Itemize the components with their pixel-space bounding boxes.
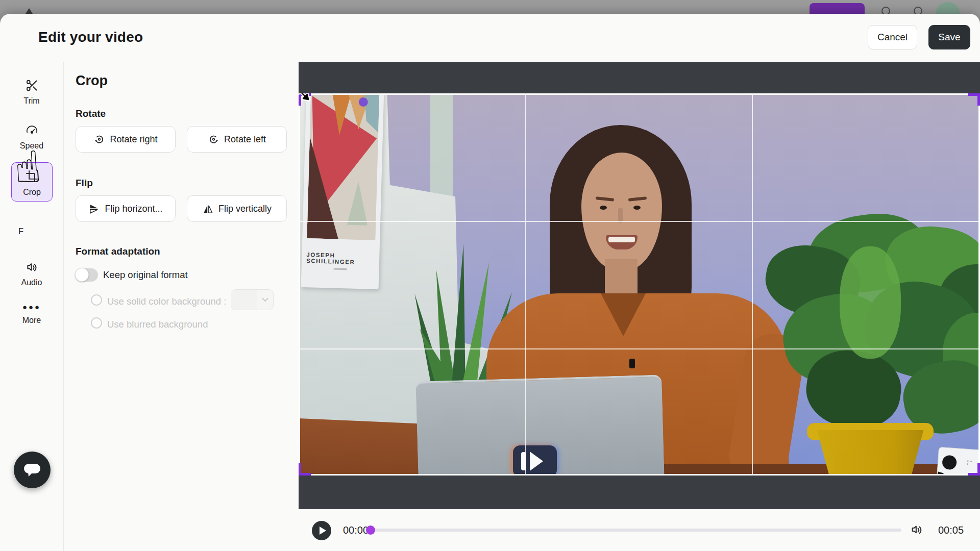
poster-caption: JOSEPH SCHILLINGER bbox=[306, 238, 375, 284]
seek-bar[interactable] bbox=[368, 529, 901, 532]
chevron-down-icon bbox=[257, 290, 273, 310]
flip-vertical-label: Flip vertically bbox=[218, 204, 272, 214]
rotate-left-icon bbox=[208, 134, 219, 145]
crop-corner-handle[interactable] bbox=[968, 463, 980, 475]
face-feature bbox=[606, 235, 638, 249]
sidebar-item-audio[interactable]: Audio bbox=[0, 260, 63, 287]
power-plug bbox=[942, 455, 957, 470]
grid-line-vertical bbox=[525, 93, 526, 475]
video-preview-frame: JOSEPH SCHILLINGER bbox=[299, 62, 980, 509]
rotate-left-button[interactable]: Rotate left bbox=[187, 126, 287, 153]
solid-color-background-radio[interactable] bbox=[91, 294, 102, 306]
sidebar-item-label: Audio bbox=[0, 278, 63, 287]
crop-panel: Crop Rotate Rotate right Rotate left Fli… bbox=[64, 62, 299, 551]
edit-video-modal: Edit your video Cancel Save Trim Speed bbox=[0, 14, 980, 551]
rotate-right-button[interactable]: Rotate right bbox=[76, 126, 176, 153]
flip-heading: Flip bbox=[76, 178, 93, 189]
keep-original-format-toggle[interactable] bbox=[76, 268, 98, 282]
lavalier-mic bbox=[629, 359, 635, 368]
poster-caption-text: JOSEPH SCHILLINGER bbox=[306, 252, 375, 266]
scissors-icon bbox=[25, 79, 39, 92]
color-dropdown[interactable] bbox=[231, 289, 274, 310]
poster-caption-subline bbox=[334, 268, 347, 270]
sidebar-item-f[interactable]: F bbox=[0, 224, 63, 236]
plant-pot bbox=[811, 430, 929, 475]
seek-handle[interactable] bbox=[366, 525, 375, 535]
duration-time: 00:05 bbox=[938, 524, 964, 536]
speaker-icon bbox=[25, 260, 39, 274]
resize-diagonal-cursor bbox=[299, 93, 311, 103]
sidebar-item-more[interactable]: ●●● More bbox=[0, 300, 63, 325]
grid-line-horizontal bbox=[299, 348, 980, 349]
app-watermark-logo bbox=[513, 445, 557, 475]
blurred-background-radio[interactable] bbox=[91, 317, 102, 329]
sidebar-item-label: Trim bbox=[0, 96, 63, 106]
crop-icon bbox=[26, 170, 38, 184]
sidebar-item-label: Speed bbox=[0, 141, 63, 151]
face-feature bbox=[596, 196, 614, 202]
video-preview[interactable]: JOSEPH SCHILLINGER bbox=[299, 93, 980, 475]
flip-vertical-button[interactable]: Flip vertically bbox=[187, 195, 287, 222]
crop-border-bottom[interactable] bbox=[299, 474, 980, 475]
player-bar: 00:00 00:05 bbox=[299, 509, 980, 551]
blurred-background-label: Use blurred background bbox=[107, 319, 208, 330]
cancel-button[interactable]: Cancel bbox=[868, 25, 917, 49]
crop-corner-handle[interactable] bbox=[968, 93, 980, 106]
poster-artwork bbox=[307, 93, 379, 240]
play-button[interactable] bbox=[312, 521, 331, 540]
crop-corner-handle[interactable] bbox=[299, 463, 311, 475]
save-button[interactable]: Save bbox=[928, 25, 970, 49]
flip-horizontal-icon bbox=[88, 203, 100, 215]
flip-horizontal-button[interactable]: Flip horizont... bbox=[76, 195, 176, 222]
solid-color-background-label: Use solid color background : bbox=[107, 296, 226, 307]
page-title: Edit your video bbox=[38, 29, 143, 45]
current-time: 00:00 bbox=[343, 524, 369, 536]
play-icon bbox=[320, 527, 326, 535]
logo-chevron bbox=[530, 452, 543, 471]
face-feature bbox=[633, 206, 641, 210]
color-swatch bbox=[231, 290, 257, 310]
wall-poster: JOSEPH SCHILLINGER bbox=[301, 93, 384, 289]
sidebar-item-label: Crop bbox=[12, 188, 52, 197]
plant-foliage bbox=[840, 246, 901, 359]
rotate-right-icon bbox=[93, 134, 105, 145]
flip-horizontal-label: Flip horizont... bbox=[105, 204, 162, 214]
chat-launcher-button[interactable] bbox=[14, 452, 51, 488]
rotate-heading: Rotate bbox=[76, 108, 106, 119]
sidebar-item-trim[interactable]: Trim bbox=[0, 79, 63, 106]
sidebar-item-label: F bbox=[18, 227, 63, 236]
flip-vertical-icon bbox=[202, 203, 214, 215]
speedometer-icon bbox=[25, 123, 39, 137]
volume-icon[interactable] bbox=[910, 522, 924, 537]
format-adaptation-heading: Format adaptation bbox=[76, 246, 160, 257]
sidebar-item-speed[interactable]: Speed bbox=[0, 123, 63, 151]
crop-border-top[interactable] bbox=[299, 93, 980, 95]
crop-border-left[interactable] bbox=[299, 93, 300, 475]
background-logo-fragment bbox=[26, 8, 33, 14]
grid-line-vertical bbox=[752, 93, 753, 475]
sidebar-item-label: More bbox=[0, 316, 63, 325]
rotate-right-label: Rotate right bbox=[110, 134, 157, 145]
panel-title: Crop bbox=[76, 73, 108, 89]
ellipsis-icon: ●●● bbox=[22, 300, 41, 314]
face-feature bbox=[628, 196, 647, 202]
face-feature bbox=[600, 206, 607, 210]
chat-bubble-icon bbox=[23, 462, 41, 478]
rotate-left-label: Rotate left bbox=[224, 134, 266, 145]
toggle-knob bbox=[75, 268, 89, 282]
woman-face bbox=[581, 153, 662, 271]
keep-original-format-label: Keep original format bbox=[103, 269, 188, 281]
sidebar-item-crop[interactable]: Crop bbox=[11, 162, 53, 202]
grid-line-horizontal bbox=[299, 221, 980, 222]
